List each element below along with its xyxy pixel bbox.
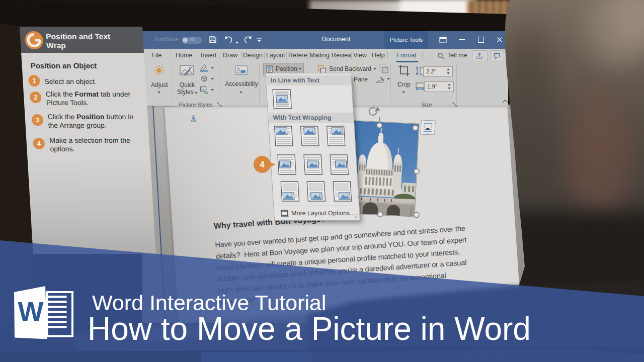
svg-text:W: W <box>18 296 44 326</box>
